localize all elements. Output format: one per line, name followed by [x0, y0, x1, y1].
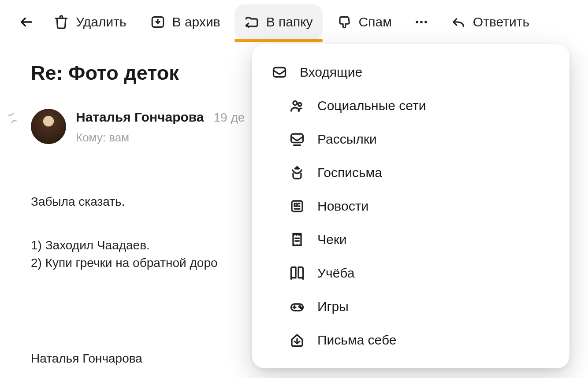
svg-point-22 [301, 308, 302, 309]
svg-point-7 [293, 101, 297, 105]
toolbar: Удалить В архив В папку Спам Ответить [0, 0, 588, 44]
delete-label: Удалить [76, 15, 127, 30]
folder-move-icon [244, 15, 259, 30]
svg-point-3 [416, 21, 418, 23]
mailings-icon [289, 131, 305, 147]
trash-icon [54, 15, 69, 30]
folder-label: Чеки [317, 232, 347, 247]
people-icon [289, 98, 305, 114]
folder-item-receipts[interactable]: Чеки [252, 223, 569, 256]
archive-button[interactable]: В архив [141, 4, 230, 40]
folder-label: Социальные сети [317, 98, 426, 113]
delete-button[interactable]: Удалить [44, 4, 136, 40]
folder-item-study[interactable]: Учёба [252, 256, 569, 290]
sender-name[interactable]: Наталья Гончарова [76, 110, 204, 125]
move-label: В папку [266, 15, 313, 30]
folder-item-gov[interactable]: Госписьма [252, 156, 569, 189]
avatar[interactable] [31, 109, 66, 144]
book-icon [289, 265, 305, 281]
folder-label: Рассылки [317, 132, 377, 147]
arrow-left-icon [19, 15, 34, 30]
reply-icon [451, 15, 466, 30]
folder-item-self[interactable]: Письма себе [252, 323, 569, 357]
svg-point-8 [298, 103, 301, 106]
folder-label: Письма себе [317, 333, 396, 348]
home-mail-icon [289, 332, 305, 348]
svg-rect-12 [294, 204, 297, 206]
svg-point-5 [424, 21, 427, 23]
more-button[interactable] [406, 7, 437, 37]
thread-arrows-icon [7, 112, 18, 126]
inbox-icon [272, 64, 287, 80]
news-icon [289, 198, 305, 214]
gov-icon [289, 165, 305, 181]
folder-item-inbox[interactable]: Входящие [252, 56, 569, 89]
svg-point-4 [420, 21, 423, 23]
gamepad-icon [289, 299, 305, 315]
reply-button[interactable]: Ответить [441, 4, 539, 40]
reply-label: Ответить [473, 15, 529, 30]
folder-label: Новости [317, 199, 368, 214]
receipt-icon [289, 232, 305, 248]
thumbs-down-icon [337, 15, 352, 30]
recipient-line[interactable]: Кому: вам [76, 131, 245, 145]
back-button[interactable] [13, 9, 40, 35]
dots-icon [414, 15, 429, 30]
folder-item-social[interactable]: Социальные сети [252, 89, 569, 122]
folder-label: Госписьма [317, 165, 382, 180]
folder-label: Учёба [317, 266, 355, 281]
folder-item-mailings[interactable]: Рассылки [252, 122, 569, 156]
folder-dropdown: Входящие Социальные сети Рассылки Госпис… [252, 44, 569, 368]
folder-item-games[interactable]: Игры [252, 290, 569, 323]
move-to-folder-button[interactable]: В папку [234, 4, 323, 40]
archive-label: В архив [172, 15, 220, 30]
folder-item-news[interactable]: Новости [252, 189, 569, 223]
sender-info: Наталья Гончарова 19 де Кому: вам [76, 109, 245, 145]
archive-icon [150, 15, 165, 30]
spam-label: Спам [359, 15, 392, 30]
spam-button[interactable]: Спам [327, 4, 402, 40]
folder-label: Игры [317, 299, 349, 314]
email-date: 19 де [214, 111, 245, 125]
folder-label: Входящие [300, 65, 362, 80]
